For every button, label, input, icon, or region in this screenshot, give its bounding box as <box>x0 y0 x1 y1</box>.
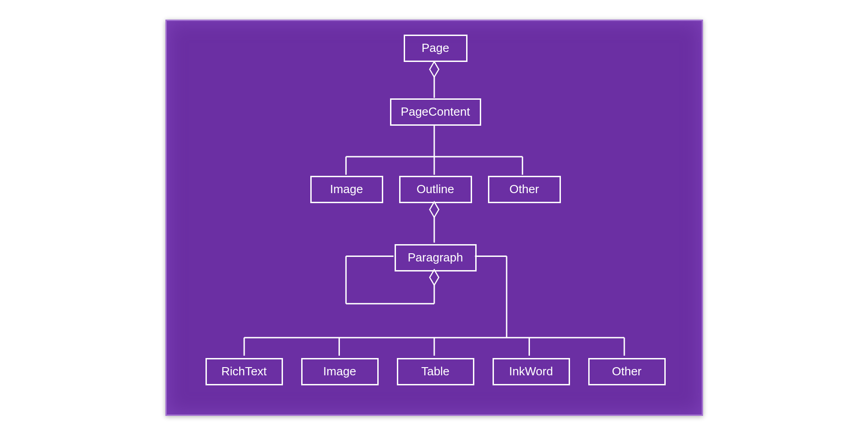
node-rich-text: RichText <box>205 358 283 385</box>
svg-marker-1 <box>430 61 439 77</box>
node-outline: Outline <box>399 176 472 203</box>
node-page: Page <box>404 35 467 62</box>
node-table: Table <box>397 358 474 385</box>
svg-marker-10 <box>430 270 439 285</box>
node-image-1: Image <box>310 176 383 203</box>
node-page-content: PageContent <box>390 98 481 126</box>
node-other-2: Other <box>588 358 666 385</box>
node-image-2: Image <box>301 358 379 385</box>
node-paragraph: Paragraph <box>395 244 477 271</box>
node-ink-word: InkWord <box>493 358 570 385</box>
diagram-frame: Page PageContent Image Outline Other Par… <box>165 20 703 416</box>
svg-marker-8 <box>430 202 439 217</box>
connector-lines <box>167 21 702 415</box>
node-other-1: Other <box>488 176 561 203</box>
